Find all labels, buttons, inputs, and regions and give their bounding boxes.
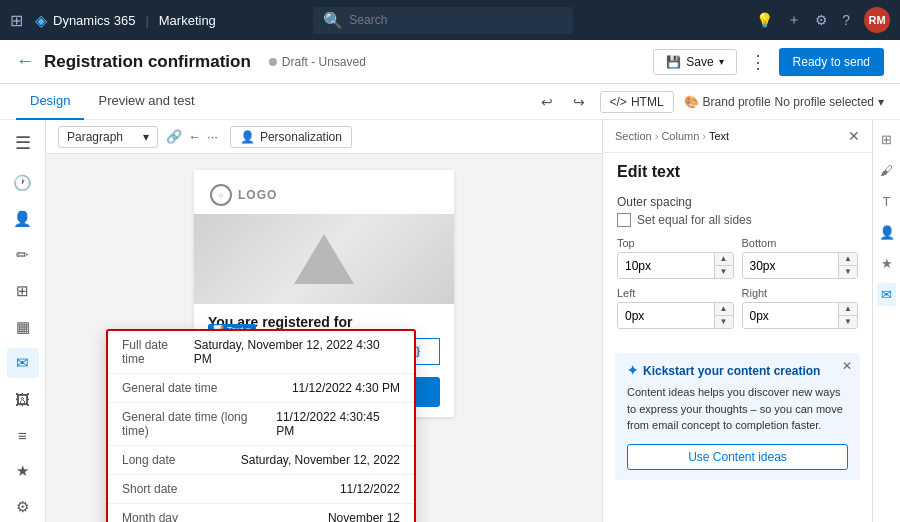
- dropdown-row-monthday[interactable]: Month day November 12: [108, 504, 414, 522]
- sidebar-icon-image[interactable]: 🖼: [7, 384, 39, 414]
- save-chevron-icon: ▾: [719, 56, 724, 67]
- longdate-value: Saturday, November 12, 2022: [241, 453, 400, 467]
- sidebar-icon-edit[interactable]: ✏: [7, 240, 39, 270]
- draft-status: Draft - Unsaved: [282, 55, 366, 69]
- breadcrumb: Section › Column › Text: [615, 130, 729, 142]
- avatar[interactable]: RM: [864, 7, 890, 33]
- person-icon: 👤: [240, 130, 255, 144]
- search-bar[interactable]: 🔍: [313, 7, 573, 34]
- longdate-label: Long date: [122, 453, 175, 467]
- search-input[interactable]: [349, 13, 563, 27]
- left-input[interactable]: [618, 305, 714, 327]
- top-navigation: ⊞ ◈ Dynamics 365 | Marketing 🔍 💡 ＋ ⚙ ? R…: [0, 0, 900, 40]
- bottom-input[interactable]: [743, 255, 839, 277]
- close-panel-button[interactable]: ✕: [848, 128, 860, 144]
- dropdown-row-shortdate[interactable]: Short date 11/12/2022: [108, 475, 414, 504]
- settings-icon[interactable]: ⚙: [815, 12, 828, 28]
- add-icon[interactable]: ＋: [787, 11, 801, 29]
- breadcrumb-arrow-2: ›: [702, 130, 706, 142]
- module-name: Marketing: [159, 13, 216, 28]
- bottom-stepper-down[interactable]: ▼: [839, 266, 857, 278]
- right-sidebar-icon-text[interactable]: T: [879, 190, 895, 213]
- top-spacing-field: Top ▲ ▼: [617, 237, 734, 279]
- personalization-button[interactable]: 👤 Personalization: [230, 126, 352, 148]
- top-stepper-up[interactable]: ▲: [715, 253, 733, 266]
- tab-design[interactable]: Design: [16, 84, 84, 120]
- right-sidebar-icon-star[interactable]: ★: [877, 252, 897, 275]
- image-placeholder: [194, 214, 454, 304]
- sidebar-icon-person[interactable]: 👤: [7, 204, 39, 234]
- sidebar-icon-star[interactable]: ★: [7, 456, 39, 486]
- dropdown-row-longdate[interactable]: Long date Saturday, November 12, 2022: [108, 446, 414, 475]
- personalization-label: Personalization: [260, 130, 342, 144]
- ready-to-send-button[interactable]: Ready to send: [779, 48, 884, 76]
- redo-button[interactable]: ↪: [568, 91, 590, 113]
- right-sidebar-icon-brush[interactable]: 🖌: [876, 159, 897, 182]
- bottom-spacing-field: Bottom ▲ ▼: [742, 237, 859, 279]
- lightbulb-icon[interactable]: 💡: [756, 12, 773, 28]
- canvas-content: ○ LOGO You are registered for 📝 Text ▾: [46, 154, 602, 522]
- save-button[interactable]: 💾 Save ▾: [653, 49, 736, 75]
- undo-button[interactable]: ↩: [536, 91, 558, 113]
- right-spacing-field: Right ▲ ▼: [742, 287, 859, 329]
- left-stepper-down[interactable]: ▼: [715, 316, 733, 328]
- logo-row: ○ LOGO: [210, 184, 438, 206]
- back-arrow-icon[interactable]: ←: [188, 129, 201, 144]
- sidebar-icon-clock[interactable]: 🕐: [7, 168, 39, 198]
- paragraph-select[interactable]: Paragraph ▾: [58, 126, 158, 148]
- dropdown-popup: Full date time Saturday, November 12, 20…: [106, 329, 416, 522]
- left-stepper: ▲ ▼: [714, 303, 733, 328]
- paragraph-chevron-icon: ▾: [143, 130, 149, 144]
- set-equal-checkbox[interactable]: [617, 213, 631, 227]
- save-label: Save: [686, 55, 713, 69]
- sidebar-icon-settings[interactable]: ⚙: [7, 492, 39, 522]
- gendtlong-value: 11/12/2022 4:30:45 PM: [276, 410, 400, 438]
- sidebar-icon-list[interactable]: ≡: [7, 420, 39, 450]
- top-stepper-down[interactable]: ▼: [715, 266, 733, 278]
- spacing-grid: Top ▲ ▼ Bottom ▲ ▼: [617, 237, 858, 329]
- link-icon[interactable]: 🔗: [166, 129, 182, 144]
- top-input[interactable]: [618, 255, 714, 277]
- dropdown-row-fulldt[interactable]: Full date time Saturday, November 12, 20…: [108, 331, 414, 374]
- use-content-ideas-button[interactable]: Use Content ideas: [627, 444, 848, 470]
- sidebar-icon-grid[interactable]: ▦: [7, 312, 39, 342]
- draft-badge: Draft - Unsaved: [269, 55, 366, 69]
- right-sidebar-icon-person[interactable]: 👤: [875, 221, 899, 244]
- sidebar-icon-layout[interactable]: ⊞: [7, 276, 39, 306]
- dropdown-row-gendtlong[interactable]: General date time (long time) 11/12/2022…: [108, 403, 414, 446]
- right-sidebar-icon-email[interactable]: ✉: [877, 283, 896, 306]
- ellipsis-icon[interactable]: ···: [207, 129, 218, 144]
- tab-preview[interactable]: Preview and test: [84, 84, 208, 120]
- draft-dot: [269, 58, 277, 66]
- right-sidebar-icon-layout[interactable]: ⊞: [877, 128, 896, 151]
- back-button[interactable]: ←: [16, 51, 34, 72]
- bottom-stepper-up[interactable]: ▲: [839, 253, 857, 266]
- sidebar-icon-email[interactable]: ✉: [7, 348, 39, 378]
- title-actions: 💾 Save ▾ ⋮ Ready to send: [653, 48, 884, 76]
- breadcrumb-arrow-1: ›: [655, 130, 659, 142]
- more-options-button[interactable]: ⋮: [745, 51, 771, 73]
- grid-icon[interactable]: ⊞: [10, 11, 23, 30]
- brand-profile[interactable]: 🎨 Brand profile No profile selected ▾: [684, 95, 884, 109]
- left-label: Left: [617, 287, 734, 299]
- html-label: HTML: [631, 95, 664, 109]
- sidebar-menu-icon[interactable]: ☰: [7, 128, 39, 158]
- help-icon[interactable]: ?: [842, 12, 850, 28]
- top-input-group: ▲ ▼: [617, 252, 734, 279]
- left-input-group: ▲ ▼: [617, 302, 734, 329]
- triangle-decoration: [294, 234, 354, 284]
- left-stepper-up[interactable]: ▲: [715, 303, 733, 316]
- right-stepper-up[interactable]: ▲: [839, 303, 857, 316]
- brand-chevron-icon: ▾: [878, 95, 884, 109]
- gendtlong-label: General date time (long time): [122, 410, 276, 438]
- right-input[interactable]: [743, 305, 839, 327]
- shortdate-label: Short date: [122, 482, 177, 496]
- dropdown-row-gendt[interactable]: General date time 11/12/2022 4:30 PM: [108, 374, 414, 403]
- fulldt-label: Full date time: [122, 338, 194, 366]
- breadcrumb-section: Section: [615, 130, 652, 142]
- kickstart-close-button[interactable]: ✕: [842, 359, 852, 373]
- kickstart-header: ✦ Kickstart your content creation: [627, 363, 848, 378]
- right-stepper-down[interactable]: ▼: [839, 316, 857, 328]
- email-header: ○ LOGO: [194, 170, 454, 214]
- html-button[interactable]: </> HTML: [600, 91, 674, 113]
